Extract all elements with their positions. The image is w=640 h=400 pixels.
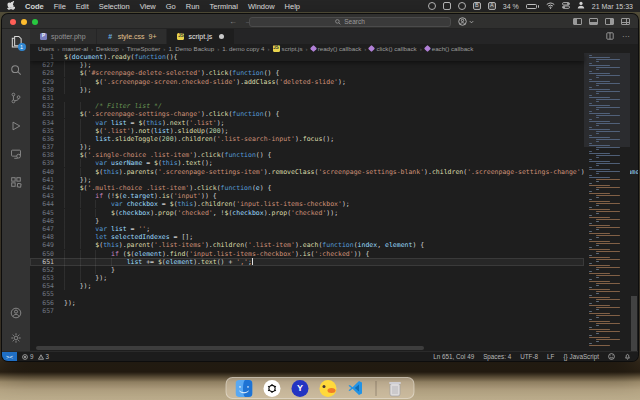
remote-explorer-icon[interactable]: [9, 146, 24, 161]
code-line-637[interactable]: 637 });: [30, 143, 584, 151]
code-line-649[interactable]: 649 $(this).parent('.list-items').childr…: [30, 241, 584, 249]
tab-script.js[interactable]: JSscript.js: [167, 29, 235, 44]
breadcrumb-item[interactable]: ready() callback: [311, 45, 362, 52]
toggle-secondary-sidebar-icon[interactable]: [605, 18, 614, 25]
breadcrumb-item[interactable]: click() callback: [369, 45, 416, 52]
dock-trash-icon[interactable]: [388, 380, 405, 397]
menubar-app-icon-2[interactable]: [443, 2, 451, 10]
zoom-window-button[interactable]: [32, 19, 38, 25]
indentation-setting[interactable]: Spaces: 4: [483, 353, 511, 360]
accounts-icon[interactable]: [9, 305, 24, 320]
menu-item-file[interactable]: File: [54, 2, 66, 11]
code-line-632[interactable]: 632 /* Filter list */: [30, 102, 584, 110]
tab-spotter.php[interactable]: Pspotter.php: [30, 29, 97, 44]
code-line-631[interactable]: 631: [30, 94, 584, 102]
settings-gear-icon[interactable]: [9, 330, 24, 345]
toggle-panel-icon[interactable]: [589, 18, 598, 25]
problems-indicator[interactable]: 9 3: [22, 353, 49, 360]
code-line-636[interactable]: 636 list.slideToggle(200).children('.lis…: [30, 135, 584, 143]
minimap[interactable]: [584, 53, 630, 351]
menu-item-window[interactable]: Window: [248, 2, 275, 11]
toggle-primary-sidebar-icon[interactable]: [573, 18, 582, 25]
code-line-645[interactable]: 645 $(checkbox).prop('checked', !$(check…: [30, 209, 584, 217]
code-line-634[interactable]: 634 var list = $(this).next('.list');: [30, 119, 584, 127]
wifi-icon[interactable]: [546, 2, 555, 11]
run-debug-icon[interactable]: [9, 118, 24, 133]
search-icon[interactable]: [9, 62, 24, 77]
dock-chatgpt-icon[interactable]: [264, 380, 281, 397]
menu-bar-clock[interactable]: 21 Mar 15:33: [592, 3, 633, 10]
menu-item-go[interactable]: Go: [166, 2, 176, 11]
breadcrumb-item[interactable]: Users: [38, 45, 54, 52]
menu-item-run[interactable]: Run: [186, 2, 200, 11]
code-line-657[interactable]: 657: [30, 307, 584, 315]
code-line-648[interactable]: 648 let selectedIndexes = [];: [30, 233, 584, 241]
vertical-scrollbar-thumb[interactable]: [631, 296, 637, 351]
code-line-639[interactable]: 639 var userName = $(this).text();: [30, 159, 584, 167]
code-line-627[interactable]: 627 });: [30, 61, 584, 69]
notifications-bell-icon[interactable]: [624, 353, 631, 360]
window-titlebar[interactable]: ← → Search: [2, 14, 638, 29]
battery-icon[interactable]: [526, 4, 539, 9]
menubar-app-icon-3[interactable]: [458, 2, 466, 10]
breadcrumb-item[interactable]: 1. Demo Backup: [168, 45, 214, 52]
more-actions-icon[interactable]: ···: [622, 32, 630, 41]
menu-item-help[interactable]: Help: [285, 2, 300, 11]
command-center-search[interactable]: Search: [249, 17, 451, 27]
menu-item-code[interactable]: Code: [25, 2, 44, 11]
code-line-650[interactable]: 650 if ($(element).find('input.list-item…: [30, 250, 584, 258]
apple-menu-icon[interactable]: [7, 1, 15, 12]
customize-layout-icon[interactable]: [621, 18, 630, 25]
breadcrumb-item[interactable]: Desktop: [96, 45, 119, 52]
menu-item-terminal[interactable]: Terminal: [210, 2, 238, 11]
code-line-628[interactable]: 628 $('#screenpage-delete-selected').cli…: [30, 69, 584, 77]
explorer-icon[interactable]: 1: [9, 34, 24, 49]
menubar-app-icon-1[interactable]: [428, 2, 436, 10]
control-center-icon[interactable]: [562, 2, 570, 11]
code-line-651[interactable]: 651 list += $(element).text() + ',';: [30, 258, 584, 266]
breadcrumb-item[interactable]: master-al: [62, 45, 88, 52]
code-line-643[interactable]: 643 if (!$(e.target).is('input')) {: [30, 192, 584, 200]
tab-style.css[interactable]: #style.css9+: [97, 29, 168, 44]
navigate-back-icon[interactable]: ←: [229, 17, 237, 26]
menu-item-view[interactable]: View: [140, 2, 156, 11]
cursor-position[interactable]: Ln 651, Col 49: [433, 353, 474, 360]
horizontal-scrollbar-thumb[interactable]: [36, 346, 424, 350]
close-window-button[interactable]: [10, 19, 16, 25]
code-line-641[interactable]: 641 });: [30, 176, 584, 184]
vertical-scrollbar[interactable]: [630, 53, 638, 351]
code-line-644[interactable]: 644 var checkbox = $(this).children('inp…: [30, 200, 584, 208]
eol-setting[interactable]: LF: [547, 353, 554, 360]
code-line-638[interactable]: 638 $('.single-choice .list-item').click…: [30, 151, 584, 159]
code-line-640[interactable]: 640 $(this).parents('.screenpage-setting…: [30, 168, 584, 176]
sticky-scroll-line[interactable]: 1$(document).ready(function(){: [30, 53, 584, 61]
breadcrumb-item[interactable]: each() callback: [425, 45, 474, 52]
code-area[interactable]: 1$(document).ready(function(){ 627 });62…: [30, 53, 584, 351]
code-line-652[interactable]: 652 }: [30, 266, 584, 274]
split-editor-icon[interactable]: [606, 32, 614, 42]
user-switch-icon[interactable]: [577, 1, 585, 11]
encoding-setting[interactable]: UTF-8: [520, 353, 538, 360]
account-menu[interactable]: [458, 17, 474, 26]
dock-yandex-icon[interactable]: Y: [292, 380, 309, 397]
input-source-badge[interactable]: A: [488, 2, 496, 10]
dock-duck-icon[interactable]: [320, 380, 337, 397]
source-control-icon[interactable]: [9, 90, 24, 105]
code-line-635[interactable]: 635 $('.list').not(list).slideUp(200);: [30, 127, 584, 135]
menu-item-selection[interactable]: Selection: [99, 2, 130, 11]
unsaved-changes-dot[interactable]: [219, 34, 224, 39]
breadcrumb-item[interactable]: TimeSpotter: [127, 45, 160, 52]
breadcrumb-item[interactable]: 1. demo copy 4: [222, 45, 264, 52]
code-line-646[interactable]: 646 }: [30, 217, 584, 225]
code-line-656[interactable]: 656});: [30, 299, 584, 307]
menubar-app-badge-b[interactable]: B: [473, 2, 481, 10]
code-line-654[interactable]: 654 });: [30, 282, 584, 290]
minimize-window-button[interactable]: [21, 19, 27, 25]
code-line-653[interactable]: 653 });: [30, 274, 584, 282]
menu-item-edit[interactable]: Edit: [76, 2, 89, 11]
code-line-642[interactable]: 642 $('.multi-choice .list-item').click(…: [30, 184, 584, 192]
code-line-655[interactable]: 655: [30, 290, 584, 298]
feedback-icon[interactable]: [608, 353, 615, 360]
code-line-630[interactable]: 630 });: [30, 86, 584, 94]
language-mode[interactable]: {}JavaScript: [563, 353, 599, 360]
